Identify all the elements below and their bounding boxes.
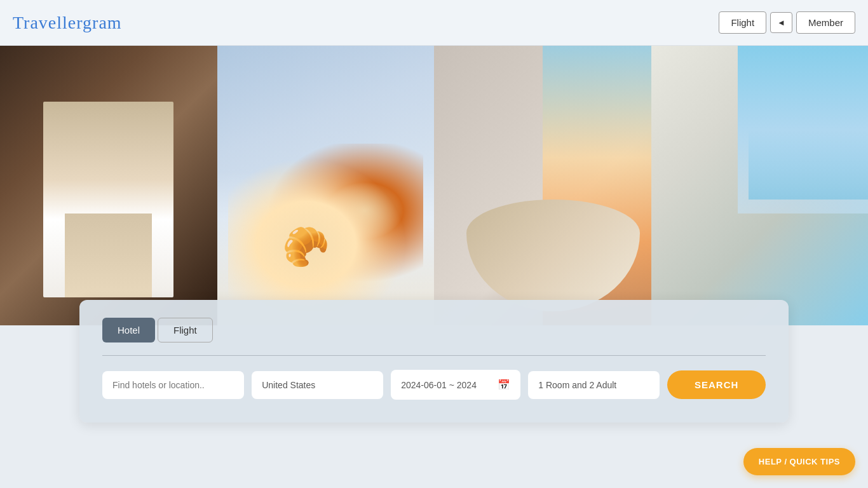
header: Travellergram Flight ◄ Member: [0, 0, 868, 46]
tab-divider: [102, 355, 766, 356]
header-nav: Flight ◄ Member: [719, 11, 855, 34]
member-button[interactable]: Member: [796, 11, 855, 34]
help-button[interactable]: HELP / QUICK TIPS: [743, 448, 855, 475]
date-value: 2024-06-01 ~ 2024: [401, 380, 477, 390]
search-button[interactable]: SEARCH: [667, 370, 766, 399]
calendar-icon: 📅: [498, 379, 510, 391]
hero-section: [0, 46, 868, 325]
bath-overlay: [466, 200, 640, 311]
hero-panel-room: [0, 46, 217, 325]
country-input[interactable]: [252, 371, 383, 399]
logo: Travellergram: [13, 13, 122, 33]
search-section: Hotel Flight 2024-06-01 ~ 2024 📅 SEARCH: [79, 300, 789, 423]
hero-panel-ocean: [651, 46, 869, 325]
ocean-overlay: [749, 46, 868, 200]
date-range-picker[interactable]: 2024-06-01 ~ 2024 📅: [391, 370, 520, 400]
tab-flight[interactable]: Flight: [158, 318, 213, 342]
flight-nav-button[interactable]: Flight: [719, 11, 766, 34]
hero-panel-food: [217, 46, 435, 325]
arrow-button[interactable]: ◄: [770, 12, 792, 33]
tab-hotel[interactable]: Hotel: [102, 318, 155, 342]
search-fields: 2024-06-01 ~ 2024 📅 SEARCH: [102, 370, 766, 400]
food-overlay: [228, 144, 423, 311]
tab-group: Hotel Flight: [102, 318, 766, 342]
location-input[interactable]: [102, 371, 244, 399]
guests-input[interactable]: [528, 371, 660, 399]
hero-panel-bathroom: [434, 46, 651, 325]
